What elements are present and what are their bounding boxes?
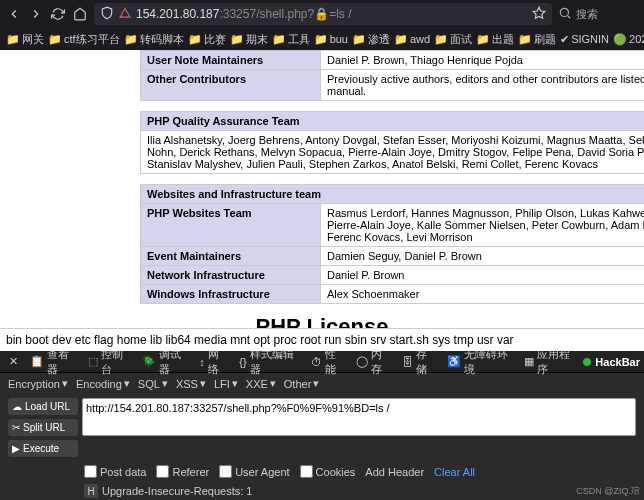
shield-icon (100, 6, 114, 22)
header-text: Upgrade-Insecure-Requests: 1 (102, 485, 252, 497)
hackbar-icon (583, 358, 591, 366)
referer-checkbox[interactable]: Referer (156, 465, 209, 478)
headers-area: H Upgrade-Insecure-Requests: 1 (0, 482, 644, 500)
bookmark-item[interactable]: 🟢 2024 TLS_预备队考核... (613, 32, 644, 47)
url-text: 154.201.80.187:33257/shell.php?🔒=ls / (136, 7, 528, 21)
bookmarks-bar: 📁 网关 📁 ctf练习平台 📁 转码脚本 📁 比赛 📁 期末 📁 工具 📁 b… (0, 28, 644, 50)
dt-tab-debugger[interactable]: 🪲 调试器 (137, 351, 193, 373)
header-key-badge: H (84, 484, 98, 498)
hb-xxe[interactable]: XXE ▾ (246, 377, 276, 390)
execute-button[interactable]: ▶ Execute (8, 440, 78, 457)
load-url-button[interactable]: ☁ Load URL (8, 398, 78, 415)
cookies-checkbox[interactable]: Cookies (300, 465, 356, 478)
clear-all-button[interactable]: Clear All (434, 466, 475, 478)
bookmark-item[interactable]: 📁 渗透 (352, 32, 390, 47)
dt-tab-app[interactable]: ▦ 应用程序 (519, 351, 581, 373)
add-header-button[interactable]: Add Header (365, 466, 424, 478)
bookmark-item[interactable]: 📁 网关 (6, 32, 44, 47)
search-area[interactable]: 搜索 (558, 6, 638, 22)
bookmark-item[interactable]: 📁 刷题 (518, 32, 556, 47)
hb-xss[interactable]: XSS ▾ (176, 377, 206, 390)
table-row: Event MaintainersDamien Seguy, Daniel P.… (141, 247, 645, 266)
table-row: Network InfrastructureDaniel P. Brown (141, 266, 645, 285)
table-row: PHP Websites TeamRasmus Lerdorf, Hannes … (141, 204, 645, 247)
dt-tab-a11y[interactable]: ♿ 无障碍环境 (442, 351, 518, 373)
search-icon (558, 6, 572, 22)
postdata-checkbox[interactable]: Post data (84, 465, 146, 478)
dt-tab-console[interactable]: ⬚ 控制台 (83, 351, 135, 373)
bookmark-item[interactable]: 📁 比赛 (188, 32, 226, 47)
bookmark-item[interactable]: 📁 期末 (230, 32, 268, 47)
bookmark-item[interactable]: 📁 工具 (272, 32, 310, 47)
browser-topbar: 154.201.80.187:33257/shell.php?🔒=ls / 搜索 (0, 0, 644, 28)
dt-tab-network[interactable]: ↕ 网络 (194, 351, 232, 373)
bookmark-item[interactable]: 📁 ctf练习平台 (48, 32, 120, 47)
infra-table: Websites and Infrastructure team PHP Web… (140, 184, 644, 304)
back-icon[interactable] (6, 6, 22, 22)
table-row: Other ContributorsPreviously active auth… (141, 70, 645, 101)
bookmark-item[interactable]: 📁 出题 (476, 32, 514, 47)
bookmark-item[interactable]: 📁 awd (394, 33, 430, 46)
svg-marker-0 (533, 7, 545, 18)
reload-icon[interactable] (50, 6, 66, 22)
hb-sql[interactable]: SQL ▾ (138, 377, 168, 390)
dt-tab-storage[interactable]: 🗄 存储 (397, 351, 440, 373)
bookmark-item[interactable]: 📁 buu (314, 33, 348, 46)
page-content: User Note MaintainersDaniel P. Brown, Th… (0, 50, 644, 351)
devtools-tabs: ✕ 📋 查看器 ⬚ 控制台 🪲 调试器 ↕ 网络 {} 样式编辑器 ⏱ 性能 ◯… (0, 351, 644, 373)
infra-header: Websites and Infrastructure team (141, 185, 645, 204)
contributors-table: User Note MaintainersDaniel P. Brown, Th… (140, 50, 644, 101)
close-icon[interactable]: ✕ (4, 351, 23, 373)
home-icon[interactable] (72, 6, 88, 22)
search-placeholder: 搜索 (576, 7, 598, 22)
useragent-checkbox[interactable]: User Agent (219, 465, 289, 478)
hb-other[interactable]: Other ▾ (284, 377, 320, 390)
hb-encoding[interactable]: Encoding ▾ (76, 377, 130, 390)
forward-icon[interactable] (28, 6, 44, 22)
url-bar[interactable]: 154.201.80.187:33257/shell.php?🔒=ls / (94, 3, 552, 25)
qa-header: PHP Quality Assurance Team (141, 112, 645, 131)
watermark: CSDN @ZIQ.瑄 (576, 485, 640, 498)
qa-body: Ilia Alshanetsky, Joerg Behrens, Antony … (141, 131, 645, 174)
hackbar-title[interactable]: HackBar (583, 356, 640, 368)
hb-encryption[interactable]: Encryption ▾ (8, 377, 68, 390)
qa-table: PHP Quality Assurance Team Ilia Alshanet… (140, 111, 644, 174)
svg-point-1 (560, 8, 568, 16)
hackbar-options: Post data Referer User Agent Cookies Add… (0, 461, 644, 482)
hackbar-url-input[interactable] (82, 398, 636, 436)
table-row: User Note MaintainersDaniel P. Brown, Th… (141, 51, 645, 70)
devtools: ✕ 📋 查看器 ⬚ 控制台 🪲 调试器 ↕ 网络 {} 样式编辑器 ⏱ 性能 ◯… (0, 351, 644, 500)
dt-tab-inspector[interactable]: 📋 查看器 (25, 351, 81, 373)
bookmark-item[interactable]: 📁 面试 (434, 32, 472, 47)
bookmark-item[interactable]: 📁 转码脚本 (124, 32, 184, 47)
header-row[interactable]: H Upgrade-Insecure-Requests: 1 (84, 484, 560, 498)
dt-tab-perf[interactable]: ⏱ 性能 (306, 351, 349, 373)
bookmark-item[interactable]: ✔ SIGNIN (560, 33, 609, 46)
lock-warn-icon (118, 6, 132, 22)
split-url-button[interactable]: ✂ Split URL (8, 419, 78, 436)
dt-tab-memory[interactable]: ◯ 内存 (351, 351, 395, 373)
star-icon[interactable] (532, 6, 546, 22)
dt-tab-style[interactable]: {} 样式编辑器 (234, 351, 304, 373)
directory-listing: bin boot dev etc flag home lib lib64 med… (0, 328, 644, 351)
hb-lfi[interactable]: LFI ▾ (214, 377, 238, 390)
table-row: Windows InfrastructureAlex Schoenmaker (141, 285, 645, 304)
